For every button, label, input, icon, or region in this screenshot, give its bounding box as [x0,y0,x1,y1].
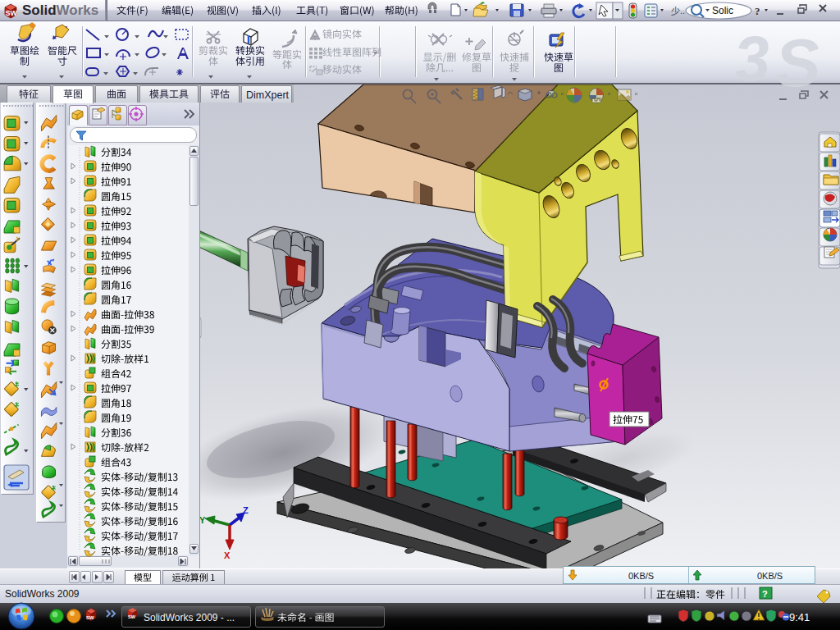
svg-text:少..: 少.. [671,6,685,16]
svg-text:Solic: Solic [712,5,733,16]
svg-text:3: 3 [732,22,772,97]
svg-text:?: ? [755,5,760,17]
svg-text:SW: SW [86,615,94,620]
svg-text:SW: SW [6,9,18,17]
svg-text:0KB/S: 0KB/S [757,571,783,581]
svg-text:SW: SW [128,614,136,619]
svg-text:S: S [773,24,823,102]
svg-text:0KB/S: 0KB/S [628,571,654,581]
svg-text:9:41: 9:41 [789,611,810,623]
svg-text:DimXpert: DimXpert [246,89,290,101]
svg-text:?: ? [762,589,768,599]
svg-text:SolidWorks 2009 - ...: SolidWorks 2009 - ... [144,612,235,623]
